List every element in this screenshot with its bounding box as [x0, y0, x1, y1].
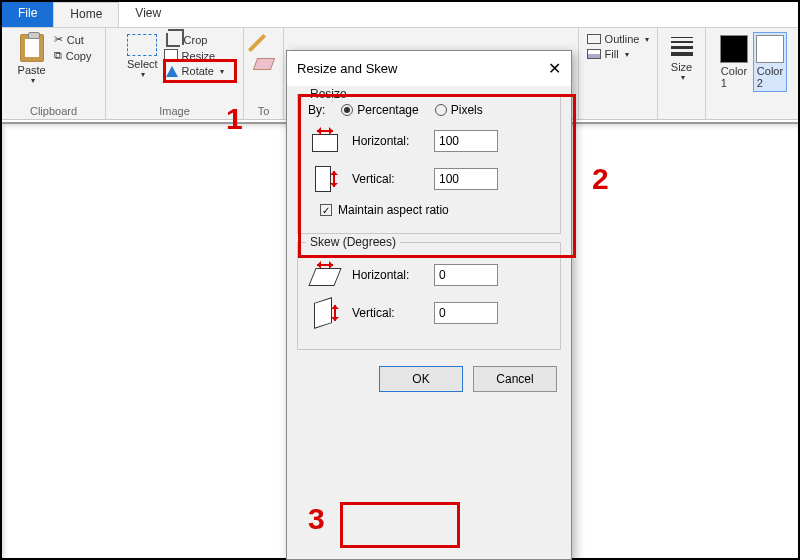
paste-button[interactable]: Paste ▾	[14, 32, 50, 87]
resize-icon	[166, 51, 178, 61]
skew-fieldset: Skew (Degrees) Horizontal: Vertical:	[297, 242, 561, 350]
select-icon	[127, 34, 157, 56]
group-size: Size ▾	[658, 28, 706, 119]
fill-button[interactable]: Fill▾	[585, 47, 631, 61]
resize-horizontal-input[interactable]	[434, 130, 498, 152]
resize-horizontal-label: Horizontal:	[352, 134, 424, 148]
ok-button[interactable]: OK	[379, 366, 463, 392]
size-button[interactable]: Size ▾	[667, 32, 697, 84]
skew-vertical-input[interactable]	[434, 302, 498, 324]
group-tools: To	[244, 28, 284, 119]
color1-swatch	[720, 35, 748, 63]
group-label-tools: To	[258, 103, 270, 117]
dialog-title: Resize and Skew	[297, 61, 397, 76]
resize-skew-dialog: Resize and Skew ✕ Resize By: Percentage …	[286, 50, 572, 560]
resize-vertical-label: Vertical:	[352, 172, 424, 186]
resize-v-icon	[308, 165, 342, 193]
color2-button[interactable]: Color 2	[753, 32, 787, 92]
size-icon	[671, 34, 693, 59]
group-label-clipboard: Clipboard	[30, 103, 77, 117]
color2-swatch	[756, 35, 784, 63]
crop-icon	[166, 33, 180, 47]
resize-legend: Resize	[306, 87, 351, 101]
resize-button[interactable]: Resize	[164, 49, 218, 63]
cut-button[interactable]: ✂ Cut	[52, 32, 86, 47]
resize-vertical-input[interactable]	[434, 168, 498, 190]
select-button[interactable]: Select ▾	[123, 32, 162, 81]
fill-icon	[587, 49, 601, 59]
radio-percentage[interactable]: Percentage	[341, 103, 418, 117]
paste-icon	[20, 34, 44, 62]
skew-h-icon	[308, 261, 342, 289]
dialog-button-row: OK Cancel	[287, 358, 571, 400]
color1-button[interactable]: Color 1	[717, 32, 751, 92]
group-clipboard: Paste ▾ ✂ Cut ⧉ Copy Clipboard	[2, 28, 106, 119]
by-row: By: Percentage Pixels	[308, 103, 550, 117]
resize-h-icon	[308, 127, 342, 155]
group-image: Select ▾ Crop Resize Rotate▾ Image	[106, 28, 244, 119]
tab-view[interactable]: View	[119, 2, 177, 27]
outline-icon	[587, 34, 601, 44]
eraser-icon[interactable]	[252, 58, 274, 70]
radio-pixels[interactable]: Pixels	[435, 103, 483, 117]
crop-button[interactable]: Crop	[164, 32, 210, 48]
group-label-image: Image	[159, 103, 190, 117]
tab-strip: File Home View	[2, 2, 798, 28]
skew-legend: Skew (Degrees)	[306, 235, 400, 249]
group-shape-style: Outline▾ Fill▾	[578, 28, 658, 119]
skew-horizontal-input[interactable]	[434, 264, 498, 286]
copy-button[interactable]: ⧉ Copy	[52, 48, 94, 63]
cancel-button[interactable]: Cancel	[473, 366, 557, 392]
resize-fieldset: Resize By: Percentage Pixels Horizontal:	[297, 94, 561, 234]
scissors-icon: ✂	[54, 33, 63, 46]
group-colors: Color 1 Color 2	[706, 28, 798, 119]
outline-button[interactable]: Outline▾	[585, 32, 652, 46]
tab-file[interactable]: File	[2, 2, 53, 27]
rotate-icon	[166, 66, 178, 77]
tab-home[interactable]: Home	[53, 2, 119, 27]
copy-icon: ⧉	[54, 49, 62, 62]
skew-v-icon	[308, 299, 342, 327]
pencil-icon[interactable]	[247, 34, 265, 52]
rotate-button[interactable]: Rotate▾	[164, 64, 226, 78]
dialog-titlebar: Resize and Skew ✕	[287, 51, 571, 86]
maintain-aspect-checkbox[interactable]: ✓ Maintain aspect ratio	[320, 203, 546, 217]
close-icon[interactable]: ✕	[548, 59, 561, 78]
skew-vertical-label: Vertical:	[352, 306, 424, 320]
by-label: By:	[308, 103, 325, 117]
skew-horizontal-label: Horizontal:	[352, 268, 424, 282]
